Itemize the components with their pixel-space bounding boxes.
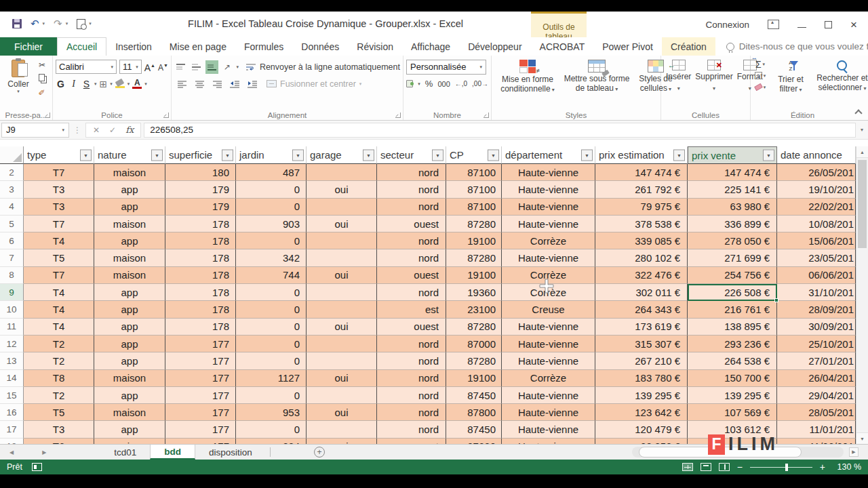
table-cell[interactable]: 178: [165, 216, 236, 232]
new-sheet-button[interactable]: +: [314, 447, 325, 458]
table-cell[interactable]: Haute-vienne: [502, 404, 595, 421]
table-cell[interactable]: ouest: [377, 267, 446, 284]
undo-button[interactable]: ↶: [31, 18, 39, 30]
align-bottom-button[interactable]: [205, 60, 218, 74]
clear-button[interactable]: ▾: [753, 81, 767, 93]
table-cell[interactable]: 487: [236, 164, 307, 181]
table-cell[interactable]: app: [94, 352, 165, 369]
table-cell[interactable]: Haute-vienne: [502, 216, 595, 232]
percent-style-button[interactable]: %: [425, 79, 433, 89]
table-cell[interactable]: 0: [236, 199, 307, 216]
table-cell[interactable]: 226 508 €: [688, 284, 777, 301]
table-cell[interactable]: Haute-vienne: [502, 181, 595, 198]
table-cell[interactable]: 0: [236, 284, 307, 301]
orientation-button[interactable]: ↗: [221, 60, 234, 74]
table-cell[interactable]: oui: [307, 439, 377, 444]
table-cell[interactable]: 177: [165, 421, 236, 438]
print-preview-icon[interactable]: [77, 19, 85, 29]
table-cell[interactable]: 139 295 €: [595, 387, 688, 404]
tab-power-pivot[interactable]: Power Pivot: [593, 37, 662, 56]
table-cell[interactable]: [307, 421, 377, 438]
row-number[interactable]: 4: [0, 199, 24, 216]
table-cell[interactable]: 178: [165, 319, 236, 336]
scroll-down-icon[interactable]: ▼: [856, 432, 868, 444]
save-icon[interactable]: [12, 19, 22, 28]
table-cell[interactable]: Haute-vienne: [502, 199, 595, 216]
table-cell[interactable]: 87280: [446, 319, 502, 336]
font-color-button[interactable]: A: [132, 79, 142, 89]
table-cell[interactable]: Haute-vienne: [502, 319, 595, 336]
sheet-tab-tcd01[interactable]: tcd01: [100, 445, 150, 460]
table-cell[interactable]: 87280: [446, 439, 502, 444]
table-cell[interactable]: [307, 232, 377, 249]
table-cell[interactable]: Haute-vienne: [502, 249, 595, 266]
column-header-nature[interactable]: nature▼: [94, 146, 165, 164]
table-cell[interactable]: 11/01/201: [777, 421, 856, 438]
table-cell[interactable]: nord: [377, 181, 446, 198]
table-cell[interactable]: 178: [165, 249, 236, 266]
table-cell[interactable]: app: [94, 284, 165, 301]
formula-input[interactable]: 226508,25: [144, 123, 856, 138]
number-format-select[interactable]: Personnalisée▾: [406, 60, 486, 75]
table-cell[interactable]: T2: [24, 352, 94, 369]
table-cell[interactable]: nord: [377, 336, 446, 352]
table-cell[interactable]: 278 050 €: [688, 232, 777, 249]
table-cell[interactable]: app: [94, 336, 165, 352]
zoom-level[interactable]: 130 %: [833, 462, 861, 472]
table-cell[interactable]: Haute-vienne: [502, 164, 595, 181]
table-cell[interactable]: 339 085 €: [595, 232, 688, 249]
table-cell[interactable]: 27/01/201: [777, 352, 856, 369]
table-cell[interactable]: 87000: [446, 336, 502, 352]
increase-decimal-button[interactable]: ←,0: [455, 80, 467, 87]
autosum-button[interactable]: Σ▾: [753, 58, 767, 70]
table-cell[interactable]: 178: [165, 301, 236, 318]
alignment-dialog-launcher-icon[interactable]: [395, 113, 401, 118]
paste-button[interactable]: Coller ▾: [3, 58, 34, 94]
table-cell[interactable]: maison: [94, 267, 165, 284]
select-all-corner[interactable]: [0, 146, 24, 164]
zoom-out-button[interactable]: −: [737, 462, 743, 472]
conditional-formatting-button[interactable]: Mise en forme conditionnelle: [494, 58, 561, 95]
table-cell[interactable]: 28/09/201: [777, 301, 856, 318]
table-cell[interactable]: 178: [165, 267, 236, 284]
italic-button[interactable]: I: [68, 79, 79, 89]
table-cell[interactable]: oui: [307, 319, 377, 336]
table-cell[interactable]: 138 895 €: [688, 319, 777, 336]
table-cell[interactable]: nord: [377, 232, 446, 249]
table-cell[interactable]: 884: [236, 439, 307, 444]
table-cell[interactable]: 87450: [446, 387, 502, 404]
table-cell[interactable]: 744: [236, 267, 307, 284]
table-cell[interactable]: 11/06/201: [777, 439, 856, 444]
table-cell[interactable]: 0: [236, 421, 307, 438]
font-name-select[interactable]: Calibri▾: [56, 60, 117, 74]
table-cell[interactable]: 953: [236, 404, 307, 421]
row-number[interactable]: 10: [0, 301, 24, 318]
bold-button[interactable]: G: [56, 79, 66, 89]
table-cell[interactable]: Haute-vienne: [502, 352, 595, 369]
table-cell[interactable]: 87450: [446, 421, 502, 438]
table-cell[interactable]: 225 141 €: [688, 181, 777, 198]
table-cell[interactable]: 10/08/201: [777, 216, 856, 232]
table-cell[interactable]: 177: [165, 387, 236, 404]
table-cell[interactable]: 261 792 €: [595, 181, 688, 198]
delete-cells-button[interactable]: ✕ Supprimer: [693, 58, 734, 94]
tell-me-box[interactable]: Dites-nous ce que vous voulez faire: [726, 37, 868, 56]
expand-formula-bar-icon[interactable]: ▾: [856, 127, 868, 133]
table-cell[interactable]: 315 307 €: [595, 336, 688, 352]
table-cell[interactable]: 322 476 €: [595, 267, 688, 284]
table-cell[interactable]: Corrèze: [502, 370, 595, 387]
align-middle-button[interactable]: [190, 60, 203, 74]
row-number[interactable]: 14: [0, 370, 24, 387]
table-cell[interactable]: T5: [24, 404, 94, 421]
merge-center-button[interactable]: Fusionner et centrer ▾: [267, 79, 361, 89]
table-cell[interactable]: maison: [94, 370, 165, 387]
table-cell[interactable]: 178: [165, 232, 236, 249]
table-cell[interactable]: 216 761 €: [688, 301, 777, 318]
table-cell[interactable]: T4: [24, 301, 94, 318]
table-cell[interactable]: 19360: [446, 284, 502, 301]
filter-button[interactable]: ▼: [432, 149, 443, 161]
table-cell[interactable]: 06/06/201: [777, 267, 856, 284]
format-as-table-button[interactable]: Mettre sous forme de tableau: [561, 58, 633, 94]
table-cell[interactable]: 342: [236, 249, 307, 266]
table-cell[interactable]: 0: [236, 319, 307, 336]
